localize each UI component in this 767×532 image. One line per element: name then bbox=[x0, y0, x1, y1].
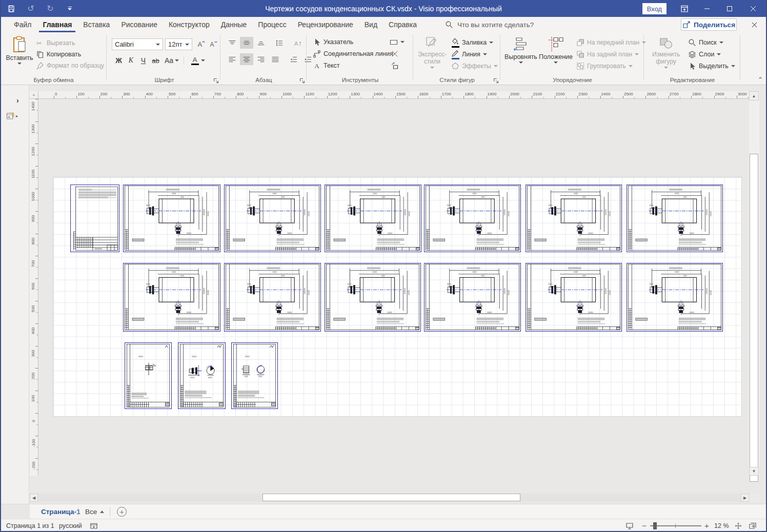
vertical-scroll-thumb[interactable] bbox=[750, 154, 758, 482]
ribbon-tab[interactable]: Процесс bbox=[252, 17, 292, 32]
presentation-mode-icon[interactable] bbox=[625, 519, 634, 532]
status-language[interactable]: русский bbox=[59, 519, 82, 532]
pointer-tool-button[interactable]: Указатель bbox=[313, 36, 353, 47]
ribbon-tab[interactable]: Данные bbox=[215, 17, 253, 32]
minimize-icon[interactable] bbox=[698, 0, 716, 17]
tell-me-search[interactable]: Что вы хотите сделать? bbox=[445, 17, 534, 32]
ribbon-tab[interactable]: Справка bbox=[383, 17, 422, 32]
align-left-button[interactable] bbox=[226, 53, 239, 65]
copy-button[interactable]: Копировать bbox=[36, 49, 81, 59]
fill-button[interactable]: Заливка bbox=[451, 37, 493, 48]
shrink-font-button[interactable]: А bbox=[207, 38, 219, 50]
drawing-sheet[interactable] bbox=[627, 263, 723, 332]
drawing-sheet[interactable] bbox=[70, 185, 119, 252]
connector-tool-button[interactable]: Соединительная линия bbox=[313, 48, 393, 59]
drawing-sheet[interactable] bbox=[123, 263, 220, 332]
drawing-sheet[interactable] bbox=[526, 263, 622, 332]
drawing-sheet[interactable] bbox=[526, 185, 622, 252]
select-button[interactable]: Выделить bbox=[688, 60, 735, 71]
zoom-slider[interactable] bbox=[650, 525, 701, 526]
font-size-combo[interactable]: 12пт bbox=[165, 38, 192, 50]
align-center-button[interactable] bbox=[240, 53, 253, 65]
align-bottom-button[interactable] bbox=[254, 37, 268, 49]
drawing-sheet[interactable] bbox=[224, 185, 321, 252]
text-tool-button[interactable]: А Текст bbox=[313, 60, 339, 71]
zoom-out-button[interactable]: − bbox=[642, 519, 647, 532]
shapes-window-button[interactable]: ▸ bbox=[6, 112, 18, 120]
bullets-button[interactable] bbox=[273, 37, 286, 49]
grow-font-button[interactable]: А bbox=[195, 38, 207, 50]
align-top-button[interactable] bbox=[226, 37, 239, 49]
drawing-sheet[interactable] bbox=[224, 263, 321, 332]
connection-point-tool-button[interactable] bbox=[391, 60, 399, 71]
find-button[interactable]: Поиск bbox=[688, 37, 723, 48]
sign-in-button[interactable]: Вход bbox=[642, 3, 667, 14]
switch-windows-icon[interactable] bbox=[749, 519, 757, 532]
line-style-button[interactable]: Линия bbox=[451, 49, 487, 59]
horizontal-scrollbar[interactable]: ◀ ▶ bbox=[30, 494, 749, 502]
font-dialog-launcher-icon[interactable] bbox=[212, 77, 218, 83]
decrease-indent-button[interactable] bbox=[287, 53, 300, 65]
drawing-sheet[interactable] bbox=[178, 342, 226, 409]
drawing-sheet[interactable] bbox=[627, 185, 723, 252]
vertical-scrollbar[interactable]: ▲ ▼ bbox=[749, 91, 759, 476]
scroll-right-icon[interactable]: ▶ bbox=[741, 494, 749, 502]
close-icon[interactable] bbox=[749, 19, 760, 30]
drawing-sheet[interactable] bbox=[325, 263, 421, 332]
collapse-ribbon-icon[interactable]: ⌃ bbox=[756, 75, 765, 84]
ribbon-tab[interactable]: Конструктор bbox=[163, 17, 215, 32]
macro-record-icon[interactable] bbox=[90, 519, 98, 532]
drawing-sheet[interactable] bbox=[123, 185, 220, 252]
share-button[interactable]: Поделиться bbox=[681, 18, 737, 31]
position-button[interactable]: Положение bbox=[538, 34, 573, 81]
fit-page-to-window-icon[interactable] bbox=[734, 519, 742, 532]
ribbon-tab[interactable]: Вид bbox=[359, 17, 383, 32]
add-page-button[interactable]: + bbox=[117, 507, 127, 517]
ribbon-tab[interactable]: Рецензирование bbox=[292, 17, 359, 32]
horizontal-scroll-thumb[interactable] bbox=[263, 494, 520, 501]
drawing-sheet[interactable] bbox=[424, 185, 521, 252]
zoom-level[interactable]: 12 % bbox=[714, 519, 729, 532]
ribbon-display-options-icon[interactable] bbox=[676, 0, 693, 17]
font-family-combo[interactable]: Calibri bbox=[112, 38, 163, 50]
zoom-slider-thumb[interactable] bbox=[653, 522, 657, 529]
drawing-sheet[interactable] bbox=[125, 342, 172, 409]
maximize-icon[interactable] bbox=[721, 0, 738, 17]
drawing-sheet[interactable] bbox=[424, 263, 521, 332]
zoom-in-button[interactable]: + bbox=[704, 519, 709, 532]
close-window-icon[interactable] bbox=[744, 0, 762, 17]
all-pages-dropdown[interactable]: Все bbox=[85, 504, 104, 519]
save-icon[interactable] bbox=[5, 3, 17, 15]
align-middle-button[interactable] bbox=[240, 37, 253, 49]
shape-styles-dialog-launcher-icon[interactable] bbox=[492, 77, 498, 83]
expand-shapes-panel-icon[interactable]: › bbox=[16, 96, 19, 105]
drawing-sheet[interactable] bbox=[231, 342, 278, 409]
drawing-canvas[interactable] bbox=[38, 99, 749, 476]
align-right-button[interactable] bbox=[254, 53, 268, 65]
paste-button[interactable]: Вставить bbox=[5, 34, 34, 81]
status-page-info[interactable]: Страница 1 из 1 bbox=[6, 519, 54, 532]
underline-button[interactable]: Ч bbox=[137, 55, 149, 66]
layers-button[interactable]: Слои bbox=[688, 49, 721, 59]
rectangle-tool-button[interactable] bbox=[390, 36, 405, 47]
ribbon-tab[interactable]: Рисование bbox=[115, 17, 163, 32]
undo-icon[interactable]: ↺ bbox=[25, 3, 37, 15]
drawing-sheet[interactable] bbox=[325, 185, 421, 252]
ribbon-tab[interactable]: Вставка bbox=[77, 17, 115, 32]
line-tool-button[interactable] bbox=[391, 48, 399, 59]
paragraph-dialog-launcher-icon[interactable] bbox=[298, 77, 305, 83]
change-case-button[interactable]: Aa bbox=[163, 55, 180, 66]
customize-qat-icon[interactable] bbox=[64, 3, 76, 15]
strikethrough-button[interactable]: ab bbox=[150, 55, 162, 66]
redo-icon[interactable]: ↻ bbox=[44, 3, 56, 15]
bold-button[interactable]: Ж bbox=[113, 55, 125, 66]
ribbon-tab[interactable]: Главная bbox=[37, 17, 77, 32]
page-tab-active[interactable]: Страница-1 bbox=[37, 504, 85, 519]
scroll-up-icon[interactable]: ▲ bbox=[749, 91, 759, 100]
ribbon-tab[interactable]: Файл bbox=[8, 17, 37, 32]
justify-button[interactable] bbox=[269, 53, 282, 65]
font-color-button[interactable]: А bbox=[188, 55, 208, 66]
align-shapes-button[interactable]: Выровнять bbox=[504, 34, 537, 81]
italic-button[interactable]: К bbox=[125, 55, 137, 66]
scroll-left-icon[interactable]: ◀ bbox=[30, 494, 38, 502]
